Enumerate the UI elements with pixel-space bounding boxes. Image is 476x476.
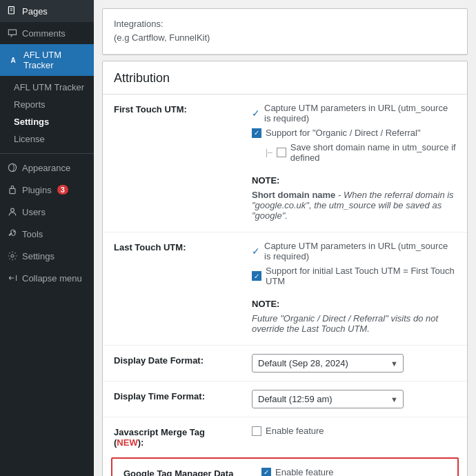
last-touch-label: Last Touch UTM: [103,232,241,346]
last-touch-note-label: NOTE: [252,299,456,309]
first-touch-label: First Touch UTM: [103,95,241,232]
integrations-info: Integrations: (e.g Cartflow, FunnelKit) [103,9,467,54]
first-touch-note-label: NOTE: [252,175,456,186]
gtm-feature: ✓ Enable feature [261,467,446,476]
time-format-select[interactable]: Default (12:59 am) [252,390,404,408]
attribution-title: Attribution [103,61,467,95]
sidebar-sub-settings[interactable]: Settings [0,113,94,130]
last-touch-option2: ✓ Support for initial Last Touch UTM = F… [252,266,456,286]
last-touch-note: NOTE: Future "Organic / Direct / Referra… [252,290,456,337]
last-touch-row: Last Touch UTM: ✓ Capture UTM parameters… [103,232,467,346]
appearance-icon [7,162,18,173]
integrations-panel: Integrations: (e.g Cartflow, FunnelKit) [102,8,468,55]
sidebar-item-comments-label: Comments [22,28,66,39]
checkbox-blue-2[interactable]: ✓ [252,271,261,281]
js-merge-checkbox[interactable] [252,426,261,436]
gtm-label: Google Tag Manager Data Layer (NEW): [112,459,250,476]
js-merge-feature: Enable feature [252,426,456,436]
sidebar-item-afl[interactable]: A AFL UTM Tracker [0,44,94,76]
tools-icon [7,228,18,239]
last-touch-option1: ✓ Capture UTM parameters in URL (utm_sou… [252,241,456,261]
svg-point-3 [8,163,16,171]
sidebar-sub-reports[interactable]: Reports [0,96,94,113]
sidebar-item-users-label: Users [22,207,46,217]
time-format-label: Display Time Format: [103,381,241,417]
sidebar-item-tools[interactable]: Tools [0,223,94,245]
afl-submenu: AFL UTM Tracker Reports Settings License [0,76,94,150]
sidebar-item-settings-label: Settings [22,251,54,261]
afl-avatar: A [7,54,19,66]
sidebar-sub-license[interactable]: License [0,130,94,148]
first-touch-row: First Touch UTM: ✓ Capture UTM parameter… [103,95,467,232]
sidebar-item-plugins[interactable]: Plugins 3 [0,179,94,201]
sidebar-item-plugins-label: Plugins [22,185,52,195]
sidebar-item-settings[interactable]: Settings [0,245,94,267]
date-format-label: Display Date Format: [103,346,241,381]
date-format-row: Display Date Format: Default (Sep 28, 20… [103,346,467,381]
pages-icon [7,6,18,17]
gtm-row: Google Tag Manager Data Layer (NEW): ✓ E… [112,459,457,476]
sidebar-item-pages-label: Pages [22,6,48,17]
first-touch-note-text: Short domain name - When the referral do… [252,190,456,221]
main-content: Integrations: (e.g Cartflow, FunnelKit) … [94,0,476,476]
svg-point-5 [11,208,14,212]
sidebar-item-afl-label: AFL UTM Tracker [23,50,87,70]
last-touch-note-text: Future "Organic / Direct / Referral" vis… [252,313,456,334]
settings-table: First Touch UTM: ✓ Capture UTM parameter… [103,95,467,457]
integrations-subtext: (e.g Cartflow, FunnelKit) [114,32,210,43]
sidebar-item-collapse[interactable]: Collapse menu [0,267,94,289]
sidebar-item-pages[interactable]: Pages [0,0,94,22]
checkmark-icon-1: ✓ [252,108,260,119]
first-touch-option2: ✓ Support for "Organic / Direct / Referr… [252,128,456,138]
gtm-table: Google Tag Manager Data Layer (NEW): ✓ E… [112,459,457,476]
javascript-merge-content: Enable feature [241,417,467,458]
javascript-merge-row: Javascript Merge Tag (NEW): Enable featu… [103,417,467,458]
javascript-merge-label: Javascript Merge Tag (NEW): [103,417,241,458]
first-touch-option3: |– Save short domain name in utm_source … [266,142,456,163]
sidebar-item-users[interactable]: Users [0,201,94,223]
time-format-select-wrapper: Default (12:59 am) ▼ [252,390,404,408]
gtm-content: ✓ Enable feature [250,459,457,476]
last-touch-content: ✓ Capture UTM parameters in URL (utm_sou… [241,232,467,346]
checkbox-blue-1[interactable]: ✓ [252,128,261,138]
js-merge-enable-text: Enable feature [266,426,324,436]
collapse-icon [7,272,18,284]
first-touch-note: NOTE: Short domain name - When the refer… [252,167,456,224]
svg-point-6 [11,255,14,257]
gtm-enable-text: Enable feature [275,467,334,476]
date-format-select[interactable]: Default (Sep 28, 2024) [252,354,404,373]
checkbox-empty-1[interactable] [277,148,286,157]
date-format-select-wrapper: Default (Sep 28, 2024) ▼ [252,354,404,373]
users-icon [7,206,18,217]
sidebar-item-collapse-label: Collapse menu [22,273,82,284]
js-merge-new-label: NEW [117,437,137,448]
gtm-label-text: Google Tag Manager Data Layer [123,468,233,476]
indent-pipe: |– [266,148,272,157]
sidebar-item-tools-label: Tools [22,229,43,239]
first-touch-content: ✓ Capture UTM parameters in URL (utm_sou… [241,95,467,232]
time-format-content: Default (12:59 am) ▼ [241,381,467,417]
sidebar-sub-afl-tracker[interactable]: AFL UTM Tracker [0,79,94,96]
first-touch-option1: ✓ Capture UTM parameters in URL (utm_sou… [252,103,456,123]
plugins-icon [7,184,18,195]
sidebar: Pages Comments A AFL UTM Tracker AFL UTM… [0,0,94,476]
settings-icon [7,250,18,261]
date-format-content: Default (Sep 28, 2024) ▼ [241,346,467,381]
plugins-badge: 3 [57,185,68,195]
gtm-checkbox[interactable]: ✓ [261,468,271,477]
attribution-panel: Attribution First Touch UTM: ✓ Capture U… [102,61,468,476]
sidebar-item-appearance[interactable]: Appearance [0,157,94,179]
comments-icon [7,28,18,39]
sidebar-item-comments[interactable]: Comments [0,22,94,44]
integrations-label: Integrations: [114,19,163,29]
gtm-highlighted-panel: Google Tag Manager Data Layer (NEW): ✓ E… [111,457,459,476]
svg-rect-4 [10,188,15,193]
sidebar-item-appearance-label: Appearance [22,163,70,173]
time-format-row: Display Time Format: Default (12:59 am) … [103,381,467,417]
checkmark-icon-2: ✓ [252,246,260,257]
